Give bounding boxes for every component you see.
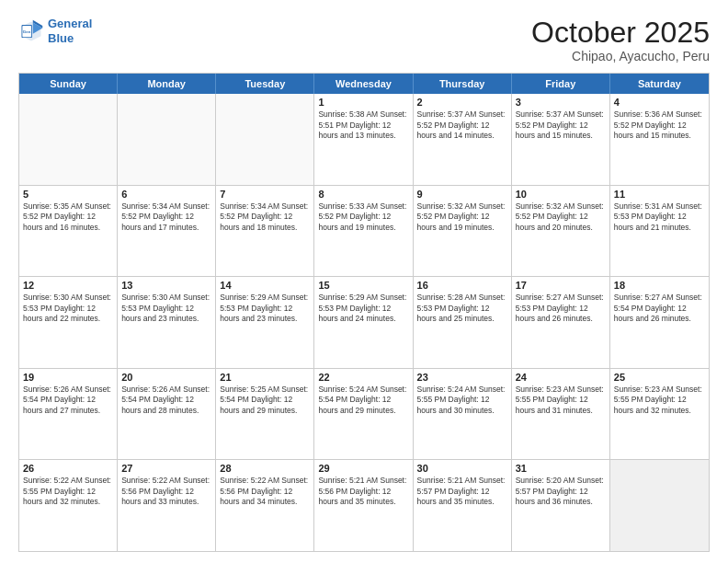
day-number: 14 [220,280,310,291]
cell-content: Sunrise: 5:29 AM Sunset: 5:53 PM Dayligh… [220,293,310,324]
day-number: 10 [516,189,606,200]
day-number: 1 [318,97,408,108]
cell-content: Sunrise: 5:23 AM Sunset: 5:55 PM Dayligh… [614,385,705,416]
cell-content: Sunrise: 5:21 AM Sunset: 5:57 PM Dayligh… [417,476,507,507]
logo-line1: General [48,17,92,30]
calendar-cell: 6Sunrise: 5:34 AM Sunset: 5:52 PM Daylig… [118,186,216,277]
day-number: 12 [23,280,113,291]
cell-content: Sunrise: 5:20 AM Sunset: 5:57 PM Dayligh… [516,476,606,507]
cell-content: Sunrise: 5:26 AM Sunset: 5:54 PM Dayligh… [121,385,211,416]
header-sunday: Sunday [19,74,118,94]
header-wednesday: Wednesday [314,74,413,94]
header-friday: Friday [512,74,610,94]
calendar-row-1: 1Sunrise: 5:38 AM Sunset: 5:51 PM Daylig… [19,94,709,185]
calendar: Sunday Monday Tuesday Wednesday Thursday… [18,73,710,552]
day-number: 4 [614,97,705,108]
calendar-cell [19,94,118,185]
cell-content: Sunrise: 5:22 AM Sunset: 5:56 PM Dayligh… [220,476,310,507]
logo-text: General Blue [48,17,92,45]
cell-content: Sunrise: 5:34 AM Sunset: 5:52 PM Dayligh… [220,201,310,233]
day-number: 15 [318,280,408,291]
logo: Gen General Blue [18,17,92,45]
calendar-cell: 27Sunrise: 5:22 AM Sunset: 5:56 PM Dayli… [118,460,216,551]
cell-content: Sunrise: 5:22 AM Sunset: 5:55 PM Dayligh… [23,476,113,507]
calendar-cell [610,460,709,551]
day-number: 3 [516,97,606,108]
day-number: 18 [614,280,705,291]
cell-content: Sunrise: 5:22 AM Sunset: 5:56 PM Dayligh… [121,476,211,507]
calendar-cell: 17Sunrise: 5:27 AM Sunset: 5:53 PM Dayli… [512,277,610,368]
cell-content: Sunrise: 5:33 AM Sunset: 5:52 PM Dayligh… [318,201,408,233]
header: Gen General Blue October 2025 Chipao, Ay… [18,17,710,63]
calendar-cell: 31Sunrise: 5:20 AM Sunset: 5:57 PM Dayli… [512,460,610,551]
calendar-cell: 15Sunrise: 5:29 AM Sunset: 5:53 PM Dayli… [314,277,413,368]
cell-content: Sunrise: 5:32 AM Sunset: 5:52 PM Dayligh… [516,201,606,233]
header-tuesday: Tuesday [216,74,314,94]
cell-content: Sunrise: 5:28 AM Sunset: 5:53 PM Dayligh… [417,293,507,324]
day-number: 21 [220,372,310,383]
calendar-cell [118,94,216,185]
calendar-body: 1Sunrise: 5:38 AM Sunset: 5:51 PM Daylig… [19,94,709,551]
calendar-row-4: 19Sunrise: 5:26 AM Sunset: 5:54 PM Dayli… [19,368,709,460]
calendar-cell: 8Sunrise: 5:33 AM Sunset: 5:52 PM Daylig… [314,186,413,277]
calendar-cell: 3Sunrise: 5:37 AM Sunset: 5:52 PM Daylig… [512,94,610,185]
subtitle: Chipao, Ayacucho, Peru [531,49,710,63]
cell-content: Sunrise: 5:32 AM Sunset: 5:52 PM Dayligh… [417,201,507,233]
day-number: 26 [23,463,113,474]
cell-content: Sunrise: 5:27 AM Sunset: 5:54 PM Dayligh… [614,293,705,324]
day-number: 29 [318,463,408,474]
month-title: October 2025 [531,17,710,49]
day-number: 2 [417,97,507,108]
calendar-row-5: 26Sunrise: 5:22 AM Sunset: 5:55 PM Dayli… [19,459,709,551]
title-block: October 2025 Chipao, Ayacucho, Peru [531,17,710,63]
cell-content: Sunrise: 5:24 AM Sunset: 5:55 PM Dayligh… [417,385,507,416]
cell-content: Sunrise: 5:24 AM Sunset: 5:54 PM Dayligh… [318,385,408,416]
day-number: 30 [417,463,507,474]
day-number: 28 [220,463,310,474]
calendar-cell: 24Sunrise: 5:23 AM Sunset: 5:55 PM Dayli… [512,369,610,460]
calendar-cell: 16Sunrise: 5:28 AM Sunset: 5:53 PM Dayli… [414,277,512,368]
day-number: 11 [614,189,705,200]
cell-content: Sunrise: 5:26 AM Sunset: 5:54 PM Dayligh… [23,385,113,416]
cell-content: Sunrise: 5:30 AM Sunset: 5:53 PM Dayligh… [23,293,113,324]
cell-content: Sunrise: 5:38 AM Sunset: 5:51 PM Dayligh… [318,109,408,141]
cell-content: Sunrise: 5:30 AM Sunset: 5:53 PM Dayligh… [121,293,211,324]
cell-content: Sunrise: 5:27 AM Sunset: 5:53 PM Dayligh… [516,293,606,324]
calendar-cell: 26Sunrise: 5:22 AM Sunset: 5:55 PM Dayli… [19,460,118,551]
day-number: 16 [417,280,507,291]
logo-icon: Gen [18,18,44,44]
cell-content: Sunrise: 5:29 AM Sunset: 5:53 PM Dayligh… [318,293,408,324]
calendar-cell: 19Sunrise: 5:26 AM Sunset: 5:54 PM Dayli… [19,369,118,460]
calendar-cell: 20Sunrise: 5:26 AM Sunset: 5:54 PM Dayli… [118,369,216,460]
calendar-cell: 14Sunrise: 5:29 AM Sunset: 5:53 PM Dayli… [216,277,314,368]
cell-content: Sunrise: 5:21 AM Sunset: 5:56 PM Dayligh… [318,476,408,507]
day-number: 23 [417,372,507,383]
day-number: 6 [121,189,211,200]
calendar-cell: 23Sunrise: 5:24 AM Sunset: 5:55 PM Dayli… [414,369,512,460]
calendar-cell: 2Sunrise: 5:37 AM Sunset: 5:52 PM Daylig… [414,94,512,185]
day-number: 19 [23,372,113,383]
cell-content: Sunrise: 5:37 AM Sunset: 5:52 PM Dayligh… [417,109,507,141]
calendar-cell: 22Sunrise: 5:24 AM Sunset: 5:54 PM Dayli… [314,369,413,460]
cell-content: Sunrise: 5:37 AM Sunset: 5:52 PM Dayligh… [516,109,606,141]
calendar-cell: 21Sunrise: 5:25 AM Sunset: 5:54 PM Dayli… [216,369,314,460]
day-number: 20 [121,372,211,383]
day-number: 7 [220,189,310,200]
calendar-cell: 25Sunrise: 5:23 AM Sunset: 5:55 PM Dayli… [610,369,709,460]
calendar-cell: 18Sunrise: 5:27 AM Sunset: 5:54 PM Dayli… [610,277,709,368]
header-monday: Monday [118,74,216,94]
cell-content: Sunrise: 5:34 AM Sunset: 5:52 PM Dayligh… [121,201,211,233]
day-number: 31 [516,463,606,474]
cell-content: Sunrise: 5:36 AM Sunset: 5:52 PM Dayligh… [614,109,705,141]
calendar-header: Sunday Monday Tuesday Wednesday Thursday… [19,74,709,94]
day-number: 8 [318,189,408,200]
day-number: 17 [516,280,606,291]
day-number: 24 [516,372,606,383]
calendar-row-3: 12Sunrise: 5:30 AM Sunset: 5:53 PM Dayli… [19,276,709,368]
svg-text:Gen: Gen [23,29,31,33]
day-number: 5 [23,189,113,200]
calendar-cell: 1Sunrise: 5:38 AM Sunset: 5:51 PM Daylig… [314,94,413,185]
calendar-cell: 9Sunrise: 5:32 AM Sunset: 5:52 PM Daylig… [414,186,512,277]
calendar-cell: 28Sunrise: 5:22 AM Sunset: 5:56 PM Dayli… [216,460,314,551]
calendar-row-2: 5Sunrise: 5:35 AM Sunset: 5:52 PM Daylig… [19,185,709,277]
